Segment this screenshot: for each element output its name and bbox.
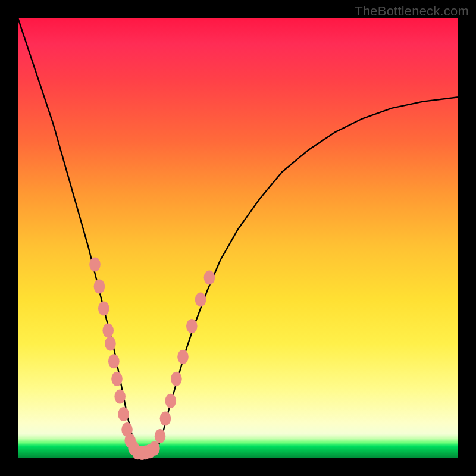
sample-bead xyxy=(160,411,171,425)
sample-bead xyxy=(204,271,215,285)
sample-bead xyxy=(186,319,198,333)
sample-bead xyxy=(149,441,160,456)
sample-bead xyxy=(195,293,206,307)
watermark-text: TheBottleneck.com xyxy=(355,4,469,19)
sample-bead xyxy=(177,350,189,364)
sample-bead xyxy=(89,257,101,271)
sample-bead xyxy=(98,301,109,315)
sample-bead xyxy=(114,389,126,403)
sample-beads xyxy=(89,257,215,460)
chart-frame: TheBottleneck.com xyxy=(0,0,476,476)
sample-bead xyxy=(94,279,105,293)
sample-bead xyxy=(111,372,123,386)
sample-bead xyxy=(155,429,166,443)
bottleneck-curve-svg xyxy=(18,18,458,458)
sample-bead xyxy=(102,323,114,337)
sample-bead xyxy=(118,407,129,421)
bottleneck-curve xyxy=(18,18,458,454)
sample-bead xyxy=(105,337,116,351)
sample-bead xyxy=(171,372,182,386)
sample-bead xyxy=(108,354,120,368)
sample-bead xyxy=(165,394,176,408)
plot-area xyxy=(18,18,458,458)
